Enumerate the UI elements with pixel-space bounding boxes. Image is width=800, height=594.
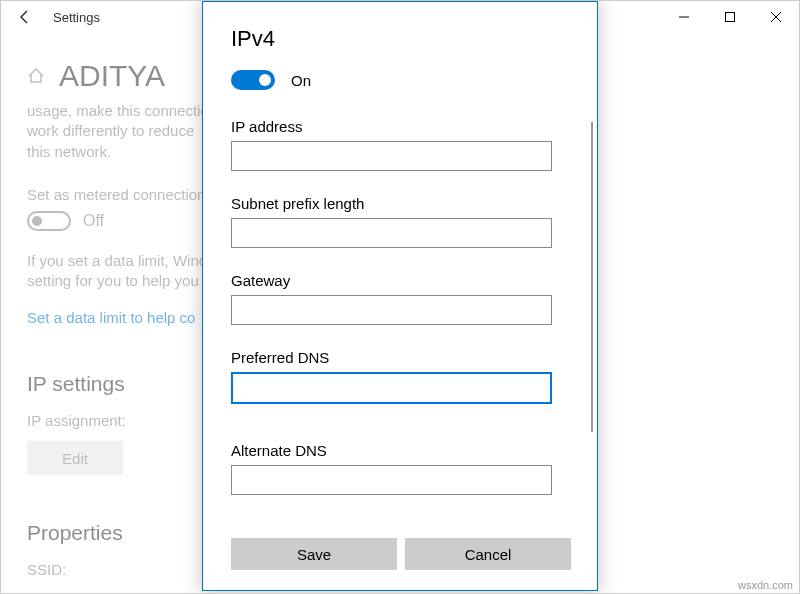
ipv4-toggle-state: On <box>291 72 311 89</box>
close-button[interactable] <box>753 1 799 33</box>
maximize-button[interactable] <box>707 1 753 33</box>
home-icon <box>27 67 45 85</box>
save-button[interactable]: Save <box>231 538 397 570</box>
back-arrow-icon[interactable] <box>17 9 33 25</box>
page-title: ADITYA <box>59 59 165 93</box>
svg-rect-1 <box>726 13 735 22</box>
ip-address-label: IP address <box>231 118 569 135</box>
preferred-dns-label: Preferred DNS <box>231 349 569 366</box>
metered-toggle-state: Off <box>83 212 104 230</box>
minimize-button[interactable] <box>661 1 707 33</box>
scrollbar[interactable] <box>591 122 593 432</box>
gateway-input[interactable] <box>231 295 552 325</box>
network-description: usage, make this connection work differe… <box>27 101 221 162</box>
alternate-dns-input[interactable] <box>231 465 552 495</box>
watermark: wsxdn.com <box>738 579 793 591</box>
edit-button[interactable]: Edit <box>27 441 123 475</box>
gateway-label: Gateway <box>231 272 569 289</box>
cancel-button[interactable]: Cancel <box>405 538 571 570</box>
ip-address-input[interactable] <box>231 141 552 171</box>
ipv4-toggle[interactable] <box>231 70 275 90</box>
preferred-dns-input[interactable] <box>231 372 552 404</box>
metered-toggle[interactable] <box>27 211 71 231</box>
window-controls <box>661 1 799 33</box>
subnet-label: Subnet prefix length <box>231 195 569 212</box>
modal-title: IPv4 <box>231 26 569 52</box>
subnet-input[interactable] <box>231 218 552 248</box>
alternate-dns-label: Alternate DNS <box>231 442 569 459</box>
ipv4-settings-modal: IPv4 On IP address Subnet prefix length … <box>202 1 598 591</box>
